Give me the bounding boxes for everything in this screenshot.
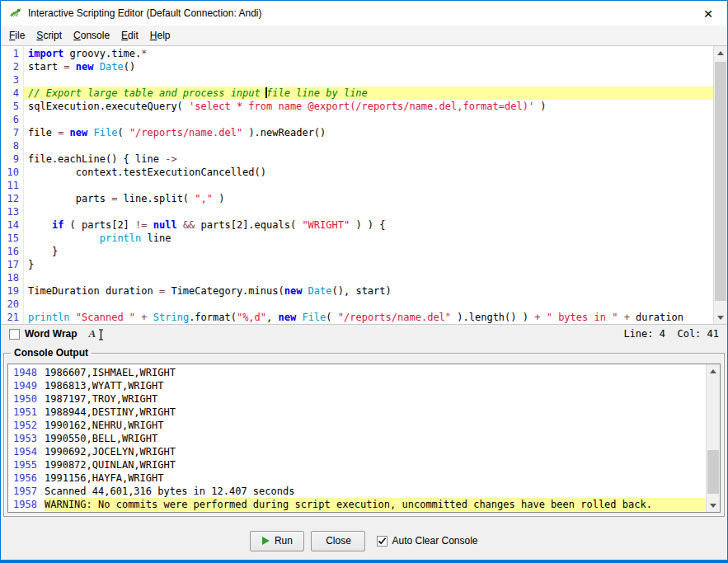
console-line: 1957Scanned 44,601,316 bytes in 12.407 s…: [8, 485, 706, 498]
checkmark-icon: [378, 537, 387, 546]
code-line[interactable]: sqlExecution.executeQuery( 'select * fro…: [24, 100, 713, 113]
code-line[interactable]: [24, 271, 713, 284]
console-viewport: 19481986607,ISHMAEL,WRIGHT19491986813,WY…: [7, 364, 721, 513]
code-line[interactable]: TimeDuration duration = TimeCategory.min…: [24, 284, 713, 298]
console-line: 1958WARNING: No commits were performed d…: [8, 498, 706, 511]
code-line[interactable]: [24, 113, 713, 126]
caret-position: Line: 4 Col: 41: [623, 328, 719, 340]
line-number: 17: [1, 258, 19, 271]
console-line: 19541990692,JOCELYN,WRIGHT: [8, 445, 706, 458]
close-icon: ×: [703, 6, 712, 21]
line-number: 12: [1, 192, 19, 205]
console-line: 19511988944,DESTINY,WRIGHT: [8, 406, 706, 419]
code-line[interactable]: }: [24, 245, 713, 258]
menu-item-file[interactable]: File: [3, 27, 31, 44]
scripting-editor-window: Interactive Scripting Editor (Default Co…: [0, 0, 728, 563]
code-line[interactable]: file = new File( "/reports/name.del" ).n…: [24, 126, 713, 139]
word-wrap-checkbox[interactable]: [9, 329, 20, 340]
word-wrap-label[interactable]: Word Wrap: [25, 328, 77, 340]
line-number: 13: [1, 205, 19, 218]
editor-vscrollbar[interactable]: [713, 46, 727, 324]
code-line[interactable]: // Export large table and process input …: [24, 87, 713, 100]
code-line[interactable]: [24, 298, 713, 311]
code-line[interactable]: [24, 205, 713, 218]
menu-item-console[interactable]: Console: [68, 27, 115, 44]
line-number: 6: [1, 113, 19, 126]
code-line[interactable]: context.testExecutionCancelled(): [24, 166, 713, 179]
line-number: 10: [1, 166, 19, 179]
editor-code[interactable]: import groovy.time.*start = new Date()//…: [24, 46, 713, 324]
close-button[interactable]: Close: [311, 531, 365, 551]
code-line[interactable]: [24, 73, 713, 87]
app-icon: [8, 7, 21, 20]
code-line[interactable]: [24, 179, 713, 192]
code-line[interactable]: file.eachLine() { line ->: [24, 152, 713, 166]
line-number: 21: [1, 311, 19, 324]
run-button[interactable]: Run: [250, 531, 304, 551]
line-number: 14: [1, 218, 19, 232]
code-line[interactable]: [24, 139, 713, 152]
line-number: 4: [1, 87, 19, 100]
auto-clear-console-label[interactable]: Auto Clear Console: [392, 535, 477, 547]
console-scroll-thumb[interactable]: [707, 450, 719, 494]
console-line: 19561991156,HAYFA,WRIGHT: [8, 472, 706, 485]
menu-item-edit[interactable]: Edit: [115, 27, 144, 44]
code-line[interactable]: parts = line.split( "," ): [24, 192, 713, 205]
editor-scroll-up-icon[interactable]: [714, 46, 727, 59]
console-scroll-track[interactable]: [707, 378, 720, 499]
console-scroll-down-icon[interactable]: [707, 499, 720, 512]
close-window-button[interactable]: ×: [689, 1, 727, 26]
run-button-label: Run: [275, 535, 293, 547]
console-line: 19501987197,TROY,WRIGHT: [8, 392, 706, 406]
console-vscrollbar[interactable]: [706, 364, 720, 512]
line-number: 7: [1, 126, 19, 139]
line-number: 1: [1, 47, 19, 60]
menu-bar: FileScriptConsoleEditHelp: [1, 26, 727, 46]
action-bar: Run Close Auto Clear Console: [1, 522, 727, 560]
code-line[interactable]: start = new Date(): [24, 60, 713, 73]
menu-item-help[interactable]: Help: [144, 27, 176, 44]
editor-scroll-thumb[interactable]: [715, 62, 726, 301]
line-number: 16: [1, 245, 19, 258]
console-line: 19551990872,QUINLAN,WRIGHT: [8, 458, 706, 472]
editor-gutter: 123456789101112131415161718192021: [1, 46, 24, 324]
auto-clear-console-checkbox[interactable]: [377, 536, 387, 547]
code-line[interactable]: println "Scanned " + String.format("%,d"…: [24, 311, 713, 324]
console-line: 19521990162,NEHRU,WRIGHT: [8, 419, 706, 432]
close-button-label: Close: [326, 535, 351, 547]
console-output[interactable]: 19481986607,ISHMAEL,WRIGHT19491986813,WY…: [8, 364, 706, 512]
editor-status-bar: Word Wrap A Line: 4 Col: 41: [1, 324, 727, 343]
code-line[interactable]: import groovy.time.*: [24, 47, 713, 60]
console-scroll-up-icon[interactable]: [707, 364, 720, 378]
console-line: 19491986813,WYATT,WRIGHT: [8, 379, 706, 392]
line-number: 8: [1, 139, 19, 152]
menu-item-script[interactable]: Script: [31, 27, 68, 44]
editor: 123456789101112131415161718192021 import…: [1, 46, 727, 324]
line-number: 18: [1, 271, 19, 284]
console-line: 19531990550,BELL,WRIGHT: [8, 432, 706, 445]
line-number: 20: [1, 298, 19, 311]
editor-scroll-track[interactable]: [714, 59, 727, 311]
line-number: 11: [1, 179, 19, 192]
line-number: 9: [1, 152, 19, 166]
line-number: 15: [1, 232, 19, 245]
window-title: Interactive Scripting Editor (Default Co…: [28, 7, 261, 19]
console-title: Console Output: [11, 347, 92, 359]
play-icon: [262, 537, 270, 545]
line-number: 5: [1, 100, 19, 113]
title-bar: Interactive Scripting Editor (Default Co…: [1, 1, 727, 26]
line-number: 3: [1, 73, 19, 87]
code-line[interactable]: println line: [24, 232, 713, 245]
editor-scroll-down-icon[interactable]: [714, 311, 727, 324]
code-line[interactable]: }: [24, 258, 713, 271]
code-line[interactable]: if ( parts[2] != null && parts[2].equals…: [24, 218, 713, 232]
line-number: 19: [1, 284, 19, 298]
console-line: 19481986607,ISHMAEL,WRIGHT: [8, 366, 706, 379]
line-number: 2: [1, 60, 19, 73]
font-letter: A: [89, 327, 96, 340]
font-select-icon[interactable]: A: [89, 327, 106, 340]
console-panel: Console Output 19481986607,ISHMAEL,WRIGH…: [3, 353, 725, 517]
